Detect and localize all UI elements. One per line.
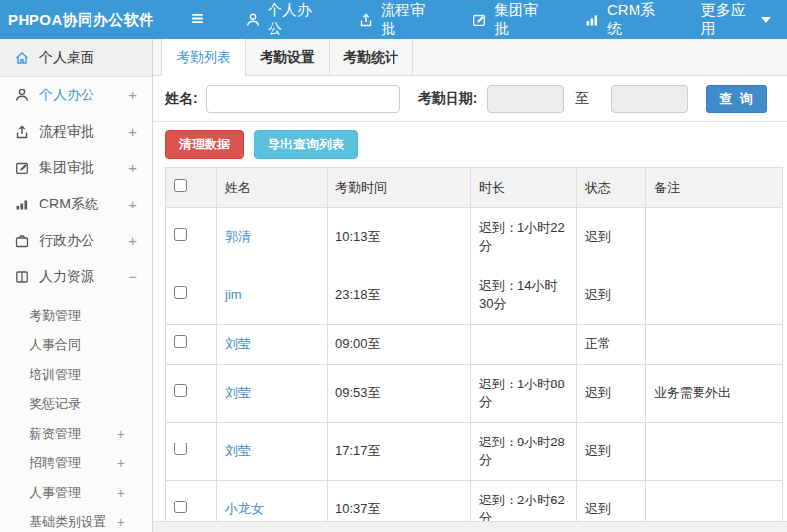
collapse-minus-icon: − bbox=[128, 268, 152, 285]
hamburger-menu-button[interactable] bbox=[185, 10, 211, 30]
table-header-row: 姓名 考勤时间 时长 状态 备注 bbox=[166, 168, 783, 208]
sidebar-subitem-label: 人事合同 bbox=[30, 336, 125, 354]
chart-icon bbox=[14, 197, 30, 212]
sidebar-item-label: 集团审批 bbox=[39, 159, 118, 177]
status-badge: 迟到 bbox=[577, 365, 646, 423]
nav-item-personal-office[interactable]: 个人办公 bbox=[224, 0, 337, 39]
sidebar: 个人桌面 个人办公 + 流程审批 + 集团审批 + bbox=[0, 39, 153, 532]
sidebar-subitem-recruitment-mgmt[interactable]: 招聘管理 + bbox=[0, 448, 152, 478]
status-badge: 迟到 bbox=[577, 208, 646, 266]
attendance-date-label: 考勤日期: bbox=[418, 90, 478, 108]
row-checkbox[interactable] bbox=[174, 286, 187, 299]
attendance-time-cell: 09:00至 bbox=[328, 325, 471, 365]
sidebar-subitem-label: 奖惩记录 bbox=[30, 395, 125, 413]
top-navbar: PHPOA协同办公软件 个人办公 流程审批 集团审批 bbox=[0, 0, 787, 39]
query-button[interactable]: 查 询 bbox=[706, 85, 767, 113]
edit-icon bbox=[14, 160, 30, 176]
row-checkbox[interactable] bbox=[174, 443, 187, 455]
person-icon bbox=[245, 12, 261, 28]
attendance-time-cell: 09:53至 bbox=[328, 365, 471, 423]
employee-name-link[interactable]: 刘莹 bbox=[225, 443, 251, 458]
sidebar-subitem-base-category-settings[interactable]: 基础类别设置 + bbox=[0, 507, 152, 532]
row-checkbox[interactable] bbox=[174, 228, 187, 241]
header-status: 状态 bbox=[577, 168, 646, 208]
table-row: 刘莹 17:17至 迟到：9小时28分 迟到 bbox=[166, 423, 783, 481]
expand-plus-icon: + bbox=[128, 159, 152, 176]
sidebar-subitem-label: 招聘管理 bbox=[30, 454, 117, 472]
table-row: 郭清 10:13至 迟到：1小时22分 迟到 bbox=[166, 208, 783, 266]
row-checkbox[interactable] bbox=[174, 501, 187, 513]
header-checkbox-cell bbox=[166, 168, 217, 208]
employee-name-link[interactable]: 郭清 bbox=[225, 229, 251, 244]
sidebar-subitem-salary-mgmt[interactable]: 薪资管理 + bbox=[0, 419, 152, 448]
person-icon bbox=[14, 88, 30, 103]
row-checkbox[interactable] bbox=[174, 335, 187, 348]
nav-item-more-apps[interactable]: 更多应用 bbox=[681, 0, 787, 39]
note-cell bbox=[646, 266, 783, 325]
sidebar-subitem-personnel-mgmt[interactable]: 人事管理 + bbox=[0, 478, 152, 507]
header-attendance-time: 考勤时间 bbox=[328, 168, 471, 208]
sidebar-subitem-training-mgmt[interactable]: 培训管理 bbox=[0, 360, 152, 389]
nav-label: 流程审批 bbox=[381, 1, 430, 38]
sidebar-subitem-label: 培训管理 bbox=[30, 366, 125, 384]
row-checkbox[interactable] bbox=[174, 384, 187, 397]
expand-plus-icon: + bbox=[128, 232, 152, 249]
sidebar-item-admin-office[interactable]: 行政办公 + bbox=[0, 222, 152, 259]
sidebar-item-label: CRM系统 bbox=[39, 196, 118, 213]
tab-attendance-list[interactable]: 考勤列表 bbox=[161, 39, 246, 76]
sidebar-subitem-hr-contract[interactable]: 人事合同 bbox=[0, 330, 152, 360]
tab-attendance-statistics[interactable]: 考勤统计 bbox=[330, 39, 413, 75]
action-button-row: 清理数据 导出查询列表 bbox=[153, 122, 787, 167]
sidebar-item-workflow-approval[interactable]: 流程审批 + bbox=[0, 113, 152, 149]
app-window: PHPOA协同办公软件 个人办公 流程审批 集团审批 bbox=[0, 0, 787, 532]
nav-label: 个人办公 bbox=[268, 1, 317, 38]
expand-plus-icon: + bbox=[128, 123, 152, 140]
nav-item-workflow-approval[interactable]: 流程审批 bbox=[337, 0, 451, 39]
name-search-input[interactable] bbox=[206, 85, 400, 113]
nav-item-crm-system[interactable]: CRM系统 bbox=[564, 0, 681, 39]
nav-label: 集团审批 bbox=[494, 1, 543, 38]
main-content: 考勤列表 考勤设置 考勤统计 姓名: 考勤日期: 至 查 询 清理数据 导出查询… bbox=[153, 39, 787, 532]
caret-down-icon bbox=[761, 17, 771, 23]
employee-name-link[interactable]: jim bbox=[225, 287, 242, 302]
sidebar-subitem-label: 薪资管理 bbox=[30, 425, 117, 443]
attendance-time-cell: 17:17至 bbox=[328, 423, 471, 481]
export-query-list-button[interactable]: 导出查询列表 bbox=[254, 130, 358, 159]
duration-cell bbox=[471, 325, 577, 365]
employee-name-link[interactable]: 小龙女 bbox=[225, 502, 264, 516]
table-row: 刘莹 09:00至 正常 bbox=[166, 325, 783, 365]
sidebar-item-personal-desktop[interactable]: 个人桌面 bbox=[0, 39, 152, 77]
status-badge: 迟到 bbox=[577, 423, 646, 481]
clear-data-button[interactable]: 清理数据 bbox=[165, 130, 244, 159]
sidebar-subitem-reward-punishment[interactable]: 奖惩记录 bbox=[0, 389, 152, 419]
employee-name-link[interactable]: 刘莹 bbox=[225, 385, 251, 400]
employee-name-link[interactable]: 刘莹 bbox=[225, 336, 251, 351]
status-badge: 迟到 bbox=[577, 266, 646, 325]
sidebar-item-label: 个人桌面 bbox=[39, 49, 94, 67]
select-all-checkbox[interactable] bbox=[174, 179, 187, 192]
horizontal-scrollbar-track bbox=[153, 521, 787, 532]
sidebar-item-label: 流程审批 bbox=[39, 123, 118, 141]
header-name: 姓名 bbox=[217, 168, 328, 208]
name-label: 姓名: bbox=[165, 90, 198, 108]
edit-icon bbox=[471, 12, 487, 28]
sidebar-item-human-resources[interactable]: 人力资源 − bbox=[0, 259, 152, 295]
note-cell bbox=[646, 423, 783, 481]
nav-label: CRM系统 bbox=[607, 1, 660, 38]
tab-attendance-settings[interactable]: 考勤设置 bbox=[246, 39, 330, 75]
tab-bar: 考勤列表 考勤设置 考勤统计 bbox=[153, 39, 787, 76]
search-form: 姓名: 考勤日期: 至 查 询 bbox=[153, 76, 787, 122]
sidebar-item-personal-office[interactable]: 个人办公 + bbox=[0, 77, 152, 113]
date-to-input[interactable] bbox=[611, 85, 688, 113]
sidebar-subitem-attendance-mgmt[interactable]: 考勤管理 bbox=[0, 301, 152, 330]
sidebar-item-crm-system[interactable]: CRM系统 + bbox=[0, 186, 152, 222]
sidebar-item-label: 人力资源 bbox=[39, 268, 118, 286]
date-from-input[interactable] bbox=[487, 85, 564, 113]
nav-item-group-approval[interactable]: 集团审批 bbox=[451, 0, 564, 39]
status-badge: 正常 bbox=[577, 325, 646, 365]
sidebar-item-group-approval[interactable]: 集团审批 + bbox=[0, 149, 152, 186]
attendance-time-cell: 10:13至 bbox=[328, 208, 471, 266]
expand-plus-icon: + bbox=[117, 455, 152, 471]
to-label: 至 bbox=[575, 90, 589, 108]
note-cell bbox=[646, 325, 783, 365]
